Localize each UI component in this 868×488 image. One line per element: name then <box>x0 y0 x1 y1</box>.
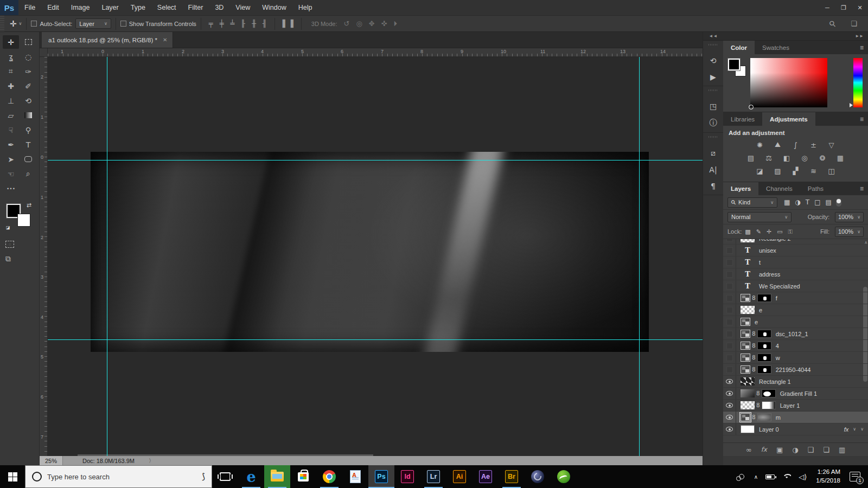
delete-layer-button[interactable]: ▥ <box>839 446 845 454</box>
layer-name[interactable]: We Specialized <box>759 283 800 290</box>
lasso-tool[interactable]: ʓ <box>3 50 19 63</box>
mask-link-icon[interactable]: 8 <box>756 402 760 409</box>
visibility-empty-well[interactable] <box>723 364 736 375</box>
layer-name[interactable]: 221950-4044 <box>776 367 811 373</box>
document-tab[interactable]: a1 outlook 18.psd @ 25% (m, RGB/8) * ✕ <box>42 32 173 48</box>
search-icon[interactable]: ⚲ <box>825 16 840 31</box>
layer-row[interactable]: TWe Specialized <box>723 280 868 292</box>
text-layer-icon[interactable]: T <box>741 246 755 254</box>
color-panel-menu-icon[interactable]: ≡ <box>860 41 868 54</box>
layer-row[interactable]: 8dsc_1012_1 <box>723 328 868 340</box>
horizontal-ruler[interactable]: 101234567891011121314 <box>48 48 703 57</box>
character-panel-icon[interactable]: A| <box>709 165 717 174</box>
visibility-empty-well[interactable] <box>723 316 736 328</box>
soft-thumbnail[interactable] <box>757 413 771 421</box>
menu-3d[interactable]: 3D <box>209 0 229 15</box>
start-button[interactable] <box>0 465 25 488</box>
layer-row[interactable]: Tt <box>723 256 868 268</box>
bridge-icon[interactable]: Br <box>499 465 525 488</box>
mask-link-icon[interactable]: 8 <box>752 342 756 349</box>
move-tool[interactable]: ✛ <box>3 35 19 49</box>
tray-overflow-icon[interactable]: ∧ <box>750 474 762 480</box>
levels-icon[interactable]: ⛰ <box>773 140 783 149</box>
tab-layers[interactable]: Layers <box>723 182 758 195</box>
menu-view[interactable]: View <box>229 0 256 15</box>
guide-vertical[interactable] <box>639 57 640 456</box>
canvas[interactable] <box>48 57 703 456</box>
gradient-tool[interactable] <box>20 108 36 122</box>
tab-paths[interactable]: Paths <box>800 182 831 195</box>
mask-link-icon[interactable]: 8 <box>756 390 760 397</box>
align-right-edges-icon[interactable]: ╢ <box>259 20 270 28</box>
visibility-empty-well[interactable] <box>723 340 736 351</box>
guide-horizontal[interactable] <box>48 339 703 340</box>
after-effects-icon[interactable]: Ae <box>473 465 499 488</box>
filter-pixel-layers-icon[interactable]: ▦ <box>784 198 790 206</box>
mask-link-icon[interactable]: 8 <box>752 330 756 337</box>
white-thumbnail[interactable] <box>741 425 755 433</box>
workspace-switcher-icon[interactable]: ❏ <box>847 20 860 28</box>
vertical-ruler[interactable]: 2101234567 <box>40 57 48 456</box>
menu-select[interactable]: Select <box>151 0 182 15</box>
visibility-empty-well[interactable] <box>723 245 736 256</box>
layer-name[interactable]: e <box>755 319 758 325</box>
layer-name[interactable]: unisex <box>759 247 776 254</box>
adjustments-panel-menu-icon[interactable]: ≡ <box>860 112 868 126</box>
lock-transparency-icon[interactable]: ▩ <box>745 228 750 235</box>
menu-window[interactable]: Window <box>256 0 292 15</box>
visibility-eye-icon[interactable] <box>723 376 736 387</box>
layer-row[interactable]: 8m <box>723 412 868 423</box>
move-tool-options-icon[interactable]: ✛ <box>10 19 17 29</box>
visibility-empty-well[interactable] <box>723 280 736 292</box>
tab-swatches[interactable]: Swatches <box>755 41 797 54</box>
smart-object-thumbnail[interactable] <box>741 413 750 421</box>
chrome-icon[interactable] <box>316 465 342 488</box>
ruler-corner[interactable] <box>40 48 48 57</box>
selective-color-icon[interactable]: ◫ <box>826 166 837 175</box>
layer-name[interactable]: f <box>776 295 777 301</box>
layer-row[interactable]: e <box>723 316 868 328</box>
expand-panels-icon[interactable]: ►► <box>723 32 868 41</box>
wifi-icon[interactable] <box>778 474 795 479</box>
threshold-icon[interactable]: ▞ <box>790 166 801 175</box>
battery-icon[interactable] <box>762 474 778 479</box>
maximize-button[interactable]: ❐ <box>835 0 852 15</box>
menu-edit[interactable]: Edit <box>41 0 65 15</box>
visibility-empty-well[interactable] <box>723 292 736 304</box>
text-layer-icon[interactable]: T <box>741 270 755 278</box>
clone-stamp-tool[interactable]: ⊥ <box>3 94 19 107</box>
guide-horizontal[interactable] <box>48 160 703 160</box>
tool-presets-panel-icon[interactable]: ◳ <box>710 102 717 111</box>
layer-name[interactable]: t <box>759 259 761 266</box>
smart-object-thumbnail[interactable] <box>741 342 750 350</box>
text-layer-icon[interactable]: T <box>741 258 755 266</box>
history-panel-icon[interactable]: ⟲ <box>710 56 717 65</box>
actions-panel-icon[interactable]: ▶ <box>710 73 716 81</box>
color-lookup-icon[interactable]: ▦ <box>835 153 846 162</box>
history-brush-tool[interactable]: ⟲ <box>20 94 36 107</box>
layer-name[interactable]: 4 <box>776 343 779 349</box>
menu-file[interactable]: File <box>18 0 41 15</box>
layer-name[interactable]: Layer 1 <box>780 402 800 409</box>
menu-help[interactable]: Help <box>292 0 318 15</box>
fill-field[interactable]: 100%∨ <box>835 227 864 237</box>
brightness-contrast-icon[interactable]: ✺ <box>755 140 765 149</box>
tool-preset-caret-icon[interactable]: ∨ <box>19 21 22 26</box>
mask-link-icon[interactable]: 8 <box>752 366 756 373</box>
layers-panel-menu-icon[interactable]: ≡ <box>860 182 868 195</box>
visibility-empty-well[interactable] <box>723 304 736 316</box>
lock-all-icon[interactable]: ⚿ <box>788 228 793 235</box>
photoshop-icon[interactable]: Ps <box>368 465 394 488</box>
edge-icon[interactable]: e <box>238 465 264 488</box>
zoom-level-field[interactable]: 25% <box>40 456 63 465</box>
tab-channels[interactable]: Channels <box>758 182 800 195</box>
visibility-eye-icon[interactable] <box>723 412 736 423</box>
gradient-map-icon[interactable]: ≋ <box>808 166 819 175</box>
black-white-icon[interactable]: ◧ <box>781 153 792 162</box>
quick-mask-icon[interactable]: ◌ <box>5 241 14 248</box>
layer-row[interactable]: 8Layer 1 <box>723 400 868 412</box>
eyedropper-tool[interactable]: ✑ <box>20 65 36 78</box>
visibility-eye-icon[interactable] <box>723 400 736 411</box>
microphone-icon[interactable]: ⟆ <box>202 472 205 481</box>
smudge-tool[interactable]: ☟ <box>3 123 19 137</box>
